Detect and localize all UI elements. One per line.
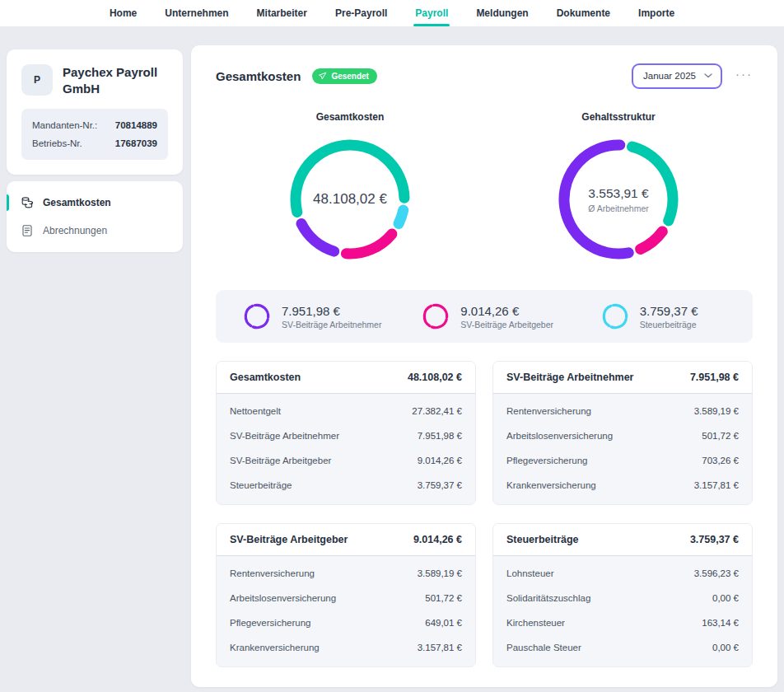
purple-ring-icon [243,302,271,330]
row-label: SV-Beiträge Arbeitnehmer [230,431,339,441]
table-row: Arbeitslosenversicherung 501,72 € [493,423,752,448]
row-value: 0,00 € [712,593,739,603]
row-value: 3.589,19 € [694,406,739,416]
table-row: SV-Beiträge Arbeitnehmer 7.951,98 € [217,423,475,448]
table-title: Steuerbeiträge [506,534,579,545]
table-row: Rentenversicherung 3.589,19 € [217,561,475,586]
nav-item-importe[interactable]: Importe [638,0,674,26]
row-value: 3.759,37 € [418,480,462,490]
sidebar-item-gesamtkosten[interactable]: Gesamtkosten [7,189,183,217]
row-value: 501,72 € [425,593,462,603]
main-panel: Gesamtkosten Gesendet Januar 2025 [191,45,777,687]
table-row: Krankenversicherung 3.157,81 € [217,635,475,660]
table-header: SV-Beiträge Arbeitnehmer 7.951,98 € [493,362,752,394]
legend-label: Steuerbeiträge [640,320,698,330]
more-options-button[interactable]: ··· [735,68,753,85]
row-label: Rentenversicherung [230,568,315,578]
nav-item-mitarbeiter[interactable]: Mitarbeiter [257,0,307,26]
row-label: Krankenversicherung [230,643,320,652]
row-value: 501,72 € [702,431,739,441]
row-value: 9.014,26 € [418,456,462,465]
table-steuerbeitraege: Steuerbeiträge 3.759,37 € Lohnsteuer 3.5… [492,523,753,667]
row-label: Nettoentgelt [230,406,281,416]
table-row: Krankenversicherung 3.157,81 € [493,473,752,498]
period-select[interactable]: Januar 2025 [632,63,722,89]
nav-item-home[interactable]: Home [110,0,137,26]
legend-item-sv-arbeitgeber: 9.014,26 € SV-Beiträge Arbeitgeber [394,302,573,330]
nav-item-meldungen[interactable]: Meldungen [476,0,528,26]
table-total: 7.951,98 € [690,372,739,383]
table-row: SV-Beiträge Arbeitgeber 9.014,26 € [217,448,475,473]
row-label: SV-Beiträge Arbeitgeber [230,456,331,465]
table-sv-arbeitgeber: SV-Beiträge Arbeitgeber 9.014,26 € Rente… [216,523,476,667]
sidebar-item-label: Gesamtkosten [43,197,111,208]
table-row: Pflegeversicherung 649,01 € [217,610,475,635]
betriebs-nr-value: 17687039 [115,138,157,148]
cyan-ring-icon [601,302,629,330]
nav-item-payroll[interactable]: Payroll [415,0,448,26]
chart-legend: 7.951,98 € SV-Beiträge Arbeitnehmer 9.01… [216,290,753,343]
row-value: 3.589,19 € [418,568,462,578]
charts-section: Gesamtkosten 48.108,02 € Gehaltsstruktur… [216,111,753,265]
send-icon [319,72,327,80]
sidebar-menu: Gesamtkosten Abrechnungen [7,181,183,252]
company-info-row: Mandanten-Nr.: 70814889 [32,116,157,134]
sidebar-item-abrechnungen[interactable]: Abrechnungen [7,217,183,245]
company-info-row: Betriebs-Nr. 17687039 [32,134,157,152]
chart-title: Gehaltsstruktur [581,111,655,123]
table-row: Nettoentgelt 27.382,41 € [217,399,475,423]
legend-value: 3.759,37 € [640,304,698,318]
row-value: 3.157,81 € [418,643,462,652]
table-title: SV-Beiträge Arbeitgeber [230,534,348,545]
table-title: SV-Beiträge Arbeitnehmer [506,372,633,383]
row-value: 0,00 € [712,643,739,652]
table-gesamtkosten: Gesamtkosten 48.108,02 € Nettoentgelt 27… [216,361,476,505]
table-header: SV-Beiträge Arbeitgeber 9.014,26 € [217,524,475,556]
chart-title: Gesamtkosten [316,111,385,123]
legend-label: SV-Beiträge Arbeitgeber [460,320,553,330]
gehaltsstruktur-chart: Gehaltsstruktur 3.553,91 € Ø Arbeitnehme… [484,111,753,265]
row-value: 649,01 € [425,618,462,628]
table-total: 9.014,26 € [413,534,462,545]
row-label: Steuerbeiträge [230,480,292,490]
legend-value: 7.951,98 € [282,304,381,318]
nav-item-unternehmen[interactable]: Unternehmen [165,0,228,26]
page-title: Gesamtkosten [216,69,301,83]
table-row: Pauschale Steuer 0,00 € [493,635,752,660]
period-select-value: Januar 2025 [643,71,696,81]
row-label: Solidaritätszuschlag [506,593,590,603]
company-info-box: Mandanten-Nr.: 70814889 Betriebs-Nr. 176… [21,109,168,160]
nav-item-pre-payroll[interactable]: Pre-Payroll [335,0,387,26]
table-row: Steuerbeiträge 3.759,37 € [217,473,475,498]
row-label: Arbeitslosenversicherung [506,431,613,441]
table-row: Lohnsteuer 3.596,23 € [493,561,752,586]
status-badge-label: Gesendet [331,72,369,81]
chevron-down-icon [704,73,712,78]
row-value: 7.951,98 € [418,431,462,441]
mandanten-nr-label: Mandanten-Nr.: [32,120,97,130]
coins-icon [21,196,34,209]
table-row: Rentenversicherung 3.589,19 € [493,399,752,423]
row-value: 3.157,81 € [694,480,739,490]
company-card: P Paychex Payroll GmbH Mandanten-Nr.: 70… [7,49,183,175]
table-header: Steuerbeiträge 3.759,37 € [493,524,752,556]
panel-header: Gesamtkosten Gesendet Januar 2025 [216,62,753,90]
sidebar: P Paychex Payroll GmbH Mandanten-Nr.: 70… [7,49,183,252]
nav-item-dokumente[interactable]: Dokumente [557,0,610,26]
table-row: Arbeitslosenversicherung 501,72 € [217,586,475,610]
row-label: Lohnsteuer [506,568,554,578]
pink-ring-icon [422,302,450,330]
row-value: 163,14 € [702,618,739,628]
table-row: Solidaritätszuschlag 0,00 € [493,586,752,610]
row-label: Pflegeversicherung [506,456,587,465]
legend-item-steuerbeitraege: 3.759,37 € Steuerbeiträge [574,302,753,330]
table-row: Pflegeversicherung 703,26 € [493,448,752,473]
status-badge: Gesendet [312,68,377,84]
top-navigation: Home Unternehmen Mitarbeiter Pre-Payroll… [0,0,784,26]
row-label: Arbeitslosenversicherung [230,593,336,603]
company-name: Paychex Payroll GmbH [63,64,168,96]
legend-label: SV-Beiträge Arbeitnehmer [282,320,381,330]
table-total: 3.759,37 € [690,534,739,545]
row-label: Pauschale Steuer [506,643,581,652]
row-value: 3.596,23 € [694,568,739,578]
